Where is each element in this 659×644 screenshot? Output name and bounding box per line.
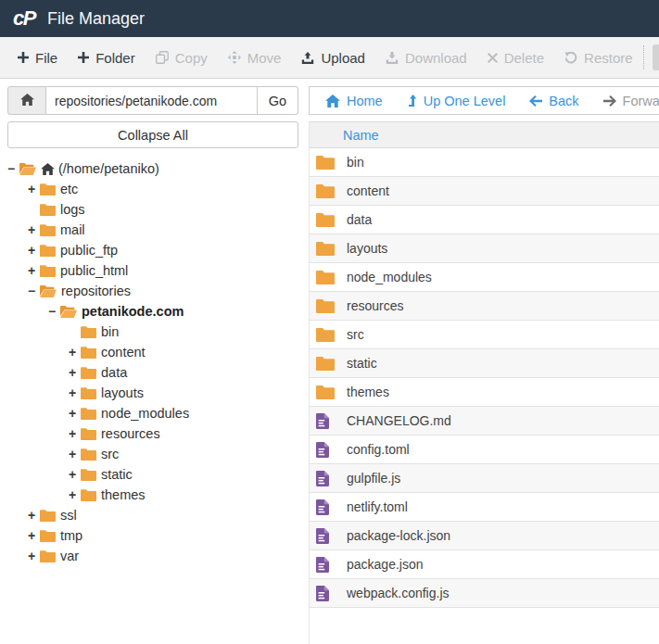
toolbar-button-label: Move: [247, 50, 282, 66]
tree-item-home-petaniko[interactable]: −(/home/petaniko): [7, 158, 303, 179]
file-name: package.json: [347, 557, 424, 572]
tree-item-logs[interactable]: logs: [7, 199, 303, 220]
expand-toggle-icon[interactable]: +: [69, 407, 81, 420]
app-header: cP File Manager: [0, 0, 659, 37]
expand-toggle-icon[interactable]: +: [69, 366, 81, 379]
toolbar-button-upload[interactable]: Upload: [291, 37, 375, 78]
name-column-header[interactable]: Name: [343, 128, 379, 143]
folder-open-icon: [19, 163, 36, 175]
tree-item-label: src: [101, 447, 119, 461]
nav-button-back[interactable]: Back: [517, 94, 590, 108]
toolbar-button-label: File: [35, 50, 57, 66]
folder-icon: [316, 184, 336, 198]
table-row[interactable]: config.toml: [310, 436, 659, 464]
table-row[interactable]: node_modules: [310, 263, 659, 292]
toolbar-button-delete: Delete: [477, 37, 554, 78]
home-icon: [41, 163, 55, 175]
table-row[interactable]: gulpfile.js: [310, 464, 659, 493]
expand-toggle-icon[interactable]: +: [28, 509, 40, 522]
tree-item-layouts[interactable]: +layouts: [7, 383, 303, 403]
collapse-all-button[interactable]: Collapse All: [7, 121, 298, 148]
tree-item-data[interactable]: +data: [7, 362, 303, 383]
table-header: Name: [310, 121, 659, 148]
toolbar-overflow-button[interactable]: [653, 44, 659, 70]
folder-icon: [81, 408, 96, 420]
tree-item-resources[interactable]: +resources: [7, 423, 303, 444]
left-panel: Go Collapse All −(/home/petaniko)+etclog…: [0, 79, 303, 644]
tree-item-ssl[interactable]: +ssl: [7, 505, 303, 525]
plus-icon: [78, 52, 89, 63]
toolbar-button-move: Move: [218, 37, 292, 78]
table-row[interactable]: resources: [310, 292, 659, 321]
table-row[interactable]: themes: [310, 378, 659, 407]
expand-toggle-icon[interactable]: +: [28, 549, 40, 562]
collapse-toggle-icon[interactable]: −: [48, 305, 60, 318]
nav-button-forward: Forward: [591, 94, 659, 108]
nav-button-up-one-level[interactable]: Up One Level: [395, 94, 518, 108]
toolbar-button-label: Restore: [584, 50, 633, 66]
tree-item-label: public_ftp: [60, 243, 118, 258]
expand-toggle-icon[interactable]: +: [28, 183, 40, 196]
expand-toggle-icon[interactable]: +: [69, 386, 81, 399]
tree-item-petanikode-com[interactable]: −petanikode.com: [7, 301, 303, 322]
file-name: src: [347, 327, 364, 342]
table-row[interactable]: src: [310, 321, 659, 349]
expand-toggle-icon[interactable]: +: [69, 468, 81, 481]
tree-item-content[interactable]: +content: [7, 342, 303, 362]
tree-item-src[interactable]: +src: [7, 444, 303, 464]
expand-toggle-icon[interactable]: +: [69, 488, 81, 501]
toolbar-button-download: Download: [375, 37, 477, 78]
folder-icon: [81, 469, 96, 481]
tree-item-var[interactable]: +var: [7, 546, 303, 566]
home-path-button[interactable]: [7, 86, 46, 115]
toolbar-button-folder[interactable]: Folder: [68, 37, 146, 78]
tree-item-public-html[interactable]: +public_html: [7, 260, 303, 281]
table-row[interactable]: content: [310, 177, 659, 206]
expand-toggle-icon[interactable]: +: [69, 346, 81, 359]
table-row[interactable]: CHANGELOG.md: [310, 407, 659, 436]
tree-item-repositories[interactable]: −repositories: [7, 281, 303, 301]
collapse-toggle-icon[interactable]: −: [7, 162, 19, 175]
table-row[interactable]: bin: [310, 148, 659, 177]
toolbar: FileFolderCopyMoveUploadDownloadDeleteRe…: [0, 37, 659, 79]
toolbar-button-file[interactable]: File: [7, 37, 68, 78]
nav-button-label: Forward: [623, 94, 659, 108]
toolbar-separator: [643, 45, 644, 69]
tree-item-label: logs: [60, 202, 85, 217]
table-row[interactable]: package.json: [310, 550, 659, 579]
table-row[interactable]: package-lock.json: [310, 522, 659, 550]
collapse-toggle-icon[interactable]: −: [28, 284, 40, 297]
table-row[interactable]: data: [310, 206, 659, 234]
folder-icon: [81, 448, 96, 461]
tree-item-mail[interactable]: +mail: [7, 220, 303, 240]
tree-item-themes[interactable]: +themes: [7, 485, 303, 505]
tree-item-static[interactable]: +static: [7, 464, 303, 485]
right-panel: HomeUp One LevelBackForward Name bincont…: [303, 79, 659, 644]
tree-item-label: layouts: [101, 385, 144, 400]
copy-icon: [156, 51, 169, 64]
left-arrow-icon: [529, 95, 542, 107]
expand-toggle-icon[interactable]: +: [28, 244, 40, 257]
expand-toggle-icon[interactable]: +: [28, 529, 40, 542]
tree-item-etc[interactable]: +etc: [7, 179, 303, 199]
table-row[interactable]: netlify.toml: [310, 493, 659, 522]
table-row[interactable]: static: [310, 349, 659, 378]
path-input[interactable]: [46, 86, 258, 115]
table-row[interactable]: layouts: [310, 234, 659, 263]
nav-button-home[interactable]: Home: [313, 94, 395, 108]
toolbar-button-restore: Restore: [554, 37, 643, 78]
file-name: content: [347, 183, 389, 198]
tree-item-label: mail: [60, 222, 85, 237]
table-row[interactable]: webpack.config.js: [310, 579, 659, 608]
go-button[interactable]: Go: [258, 86, 298, 115]
file-icon: [316, 471, 336, 486]
tree-item-bin[interactable]: bin: [7, 322, 303, 342]
tree-item-node-modules[interactable]: +node_modules: [7, 403, 303, 423]
tree-item-public-ftp[interactable]: +public_ftp: [7, 240, 303, 260]
tree-item-tmp[interactable]: +tmp: [7, 525, 303, 546]
expand-toggle-icon[interactable]: +: [28, 223, 40, 236]
file-icon: [316, 586, 336, 601]
expand-toggle-icon[interactable]: +: [69, 448, 81, 461]
expand-toggle-icon[interactable]: +: [69, 427, 81, 440]
expand-toggle-icon[interactable]: +: [28, 264, 40, 277]
